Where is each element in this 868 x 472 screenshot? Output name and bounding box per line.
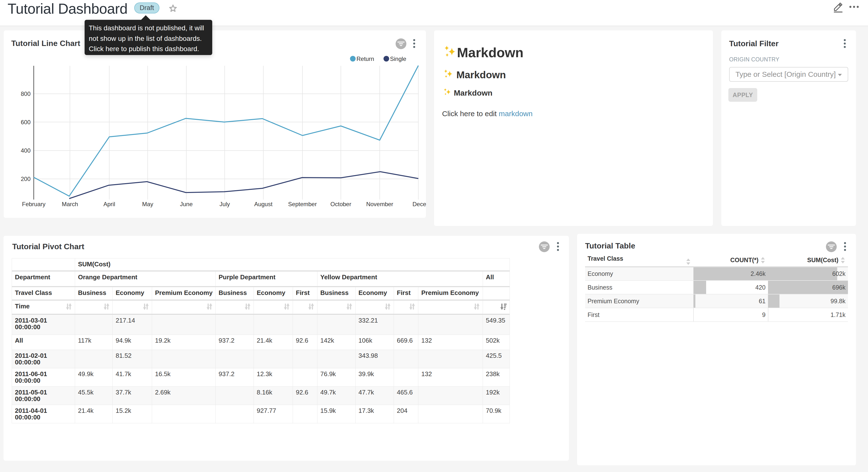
- svg-text:June: June: [180, 201, 193, 207]
- svg-text:Dece: Dece: [412, 201, 426, 207]
- svg-text:April: April: [103, 201, 115, 207]
- svg-text:600: 600: [21, 119, 31, 125]
- svg-text:Single: Single: [390, 56, 406, 62]
- svg-text:November: November: [366, 201, 394, 207]
- svg-text:August: August: [254, 201, 273, 207]
- svg-text:Return: Return: [356, 56, 374, 62]
- svg-text:October: October: [330, 201, 351, 207]
- svg-text:200: 200: [21, 176, 31, 182]
- svg-text:400: 400: [21, 147, 31, 154]
- svg-text:September: September: [288, 201, 317, 207]
- svg-text:March: March: [62, 201, 78, 207]
- svg-text:February: February: [22, 201, 45, 207]
- svg-text:800: 800: [21, 90, 31, 97]
- svg-text:July: July: [220, 201, 230, 207]
- svg-text:May: May: [142, 201, 153, 207]
